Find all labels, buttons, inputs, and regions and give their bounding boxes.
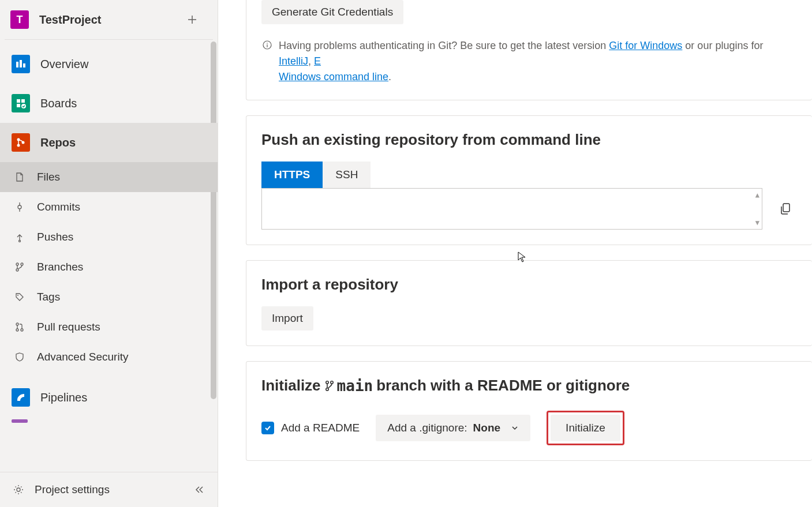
nav-pushes-label: Pushes xyxy=(37,231,73,243)
copy-button[interactable] xyxy=(774,197,797,220)
svg-point-25 xyxy=(330,381,332,383)
link-partial[interactable]: E xyxy=(314,55,321,67)
nav-commits[interactable]: Commits xyxy=(0,192,218,222)
svg-rect-5 xyxy=(17,104,20,107)
info-text-3: , xyxy=(308,55,314,67)
initialize-button[interactable]: Initialize xyxy=(551,415,620,441)
nav-boards[interactable]: Boards xyxy=(0,84,218,123)
plus-icon xyxy=(187,14,197,25)
info-message: Having problems authenticating in Git? B… xyxy=(261,38,797,85)
nav-repos[interactable]: Repos xyxy=(0,123,218,162)
nav-pushes[interactable]: Pushes xyxy=(0,222,218,252)
svg-point-21 xyxy=(267,43,268,44)
push-command-box[interactable]: ▲ ▼ xyxy=(261,188,762,230)
project-name[interactable]: TestProject xyxy=(39,13,184,27)
svg-rect-22 xyxy=(783,204,789,212)
project-avatar[interactable]: T xyxy=(10,10,29,29)
svg-rect-0 xyxy=(16,62,18,67)
nav-tags-label: Tags xyxy=(37,291,60,303)
nav-overview[interactable]: Overview xyxy=(0,44,218,84)
push-card: Push an existing repository from command… xyxy=(246,115,812,245)
nav-item-partial xyxy=(12,419,28,423)
import-card: Import a repository Import xyxy=(246,260,812,346)
sidebar-nav: Overview Boards Repos File xyxy=(0,40,218,472)
info-icon xyxy=(261,39,273,51)
push-section-title: Push an existing repository from command… xyxy=(261,131,797,149)
collapse-sidebar-button[interactable] xyxy=(192,483,206,497)
branch-name: main xyxy=(337,377,373,395)
shield-icon xyxy=(13,350,27,364)
svg-point-15 xyxy=(17,295,18,296)
nav-pull-requests[interactable]: Pull requests xyxy=(0,312,218,342)
svg-rect-3 xyxy=(17,99,20,103)
chevron-double-left-icon xyxy=(194,485,204,495)
svg-point-19 xyxy=(17,488,20,491)
import-section-title: Import a repository xyxy=(261,276,797,294)
branches-icon xyxy=(13,260,27,274)
readme-checkbox-row[interactable]: Add a README xyxy=(261,422,360,434)
gear-icon xyxy=(12,483,25,497)
svg-rect-4 xyxy=(21,99,25,103)
nav-pipelines-label: Pipelines xyxy=(40,391,87,404)
files-icon xyxy=(13,170,27,184)
repos-icon xyxy=(12,133,30,152)
svg-point-16 xyxy=(16,323,18,325)
nav-files-label: Files xyxy=(37,171,60,183)
generate-credentials-button[interactable]: Generate Git Credentials xyxy=(261,0,403,24)
tags-icon xyxy=(13,290,27,304)
clone-card: Generate Git Credentials Having problems… xyxy=(246,0,812,100)
svg-point-17 xyxy=(16,329,18,331)
main-content: Generate Git Credentials Having problems… xyxy=(218,0,812,507)
overview-icon xyxy=(12,55,30,73)
nav-boards-label: Boards xyxy=(40,97,77,110)
nav-advanced-security[interactable]: Advanced Security xyxy=(0,342,218,372)
svg-point-11 xyxy=(19,241,21,242)
svg-point-24 xyxy=(325,388,328,390)
svg-point-18 xyxy=(21,329,23,331)
tab-https[interactable]: HTTPS xyxy=(261,162,323,188)
pipelines-icon xyxy=(12,388,30,407)
svg-rect-1 xyxy=(20,60,22,67)
import-button[interactable]: Import xyxy=(261,306,313,331)
nav-advanced-security-label: Advanced Security xyxy=(37,351,128,363)
copy-icon xyxy=(780,202,791,215)
svg-point-12 xyxy=(16,263,18,265)
nav-pipelines[interactable]: Pipelines xyxy=(0,378,218,417)
link-git-for-windows[interactable]: Git for Windows xyxy=(609,40,682,51)
branch-icon xyxy=(324,380,335,392)
svg-point-14 xyxy=(21,263,23,265)
initialize-section-title: Initialize main branch with a README or … xyxy=(261,377,797,395)
nav-overview-label: Overview xyxy=(40,58,88,71)
tab-ssh[interactable]: SSH xyxy=(323,162,371,188)
pull-requests-icon xyxy=(13,320,27,334)
nav-commits-label: Commits xyxy=(37,201,80,213)
info-text-1: Having problems authenticating in Git? B… xyxy=(279,40,609,51)
nav-pull-requests-label: Pull requests xyxy=(37,321,100,333)
initialize-button-highlight: Initialize xyxy=(547,411,624,445)
info-text-2: or our plugins for xyxy=(682,40,763,51)
nav-tags[interactable]: Tags xyxy=(0,282,218,312)
readme-checkbox-label: Add a README xyxy=(281,422,360,434)
svg-point-8 xyxy=(17,144,20,147)
boards-icon xyxy=(12,94,30,112)
gitignore-dropdown[interactable]: Add a .gitignore: None xyxy=(376,415,530,441)
initialize-card: Initialize main branch with a README or … xyxy=(246,361,812,461)
add-button[interactable] xyxy=(184,12,200,28)
sidebar-footer: Project settings xyxy=(0,472,218,507)
project-settings-label: Project settings xyxy=(35,483,110,496)
nav-files[interactable]: Files xyxy=(0,162,218,192)
scroll-up-icon[interactable]: ▲ xyxy=(755,191,759,199)
readme-checkbox[interactable] xyxy=(261,422,274,434)
link-windows-cmd[interactable]: Windows command line xyxy=(279,71,388,82)
nav-repos-label: Repos xyxy=(40,136,76,149)
nav-branches[interactable]: Branches xyxy=(0,252,218,282)
project-settings-link[interactable]: Project settings xyxy=(12,483,110,497)
info-text-end: . xyxy=(388,71,391,82)
svg-rect-2 xyxy=(23,63,25,67)
scroll-down-icon[interactable]: ▼ xyxy=(755,219,759,227)
nav-branches-label: Branches xyxy=(37,261,83,273)
gitignore-dropdown-value: None xyxy=(473,422,501,434)
link-intellij[interactable]: IntelliJ xyxy=(279,55,308,67)
svg-point-23 xyxy=(325,381,328,383)
svg-point-10 xyxy=(18,205,21,209)
